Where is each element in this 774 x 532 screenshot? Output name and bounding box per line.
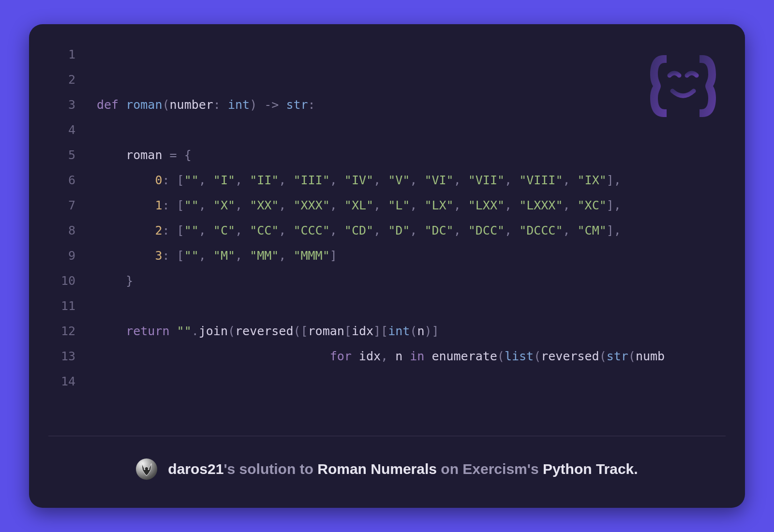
credit-line: daros21's solution to Roman Numerals on … [168,461,638,477]
avatar-fox-icon [138,461,155,477]
line-number: 13 [48,349,75,363]
code-content: 0: ["", "I", "II", "III", "IV", "V", "VI… [97,173,621,187]
credit-track: Python Track. [543,461,638,477]
code-content: return "".join(reversed([roman[idx][int(… [97,324,439,338]
avatar [136,458,157,480]
code-line: 10 } [48,274,726,299]
line-number: 5 [48,148,75,162]
svg-point-1 [148,468,149,470]
code-line: 11 [48,299,726,324]
code-content: 2: ["", "C", "CC", "CCC", "CD", "D", "DC… [97,223,621,237]
code-line: 1 [48,47,726,73]
code-line: 2 [48,73,726,98]
code-content: } [97,274,133,288]
code-lines: 123def roman(number: int) -> str:45 roma… [48,47,726,399]
code-content: 1: ["", "X", "XX", "XXX", "XL", "L", "LX… [97,198,621,212]
line-number: 14 [48,374,75,388]
line-number: 7 [48,198,75,212]
code-content: roman = { [97,148,192,162]
credit-s1: 's solution to [223,461,317,477]
line-number: 2 [48,73,75,87]
code-line: 4 [48,123,726,148]
code-line: 8 2: ["", "C", "CC", "CCC", "CD", "D", "… [48,223,726,249]
code-line: 9 3: ["", "M", "MM", "MMM"] [48,249,726,274]
line-number: 9 [48,249,75,263]
credit-user: daros21 [168,461,223,477]
line-number: 12 [48,324,75,338]
code-card: 123def roman(number: int) -> str:45 roma… [29,24,745,508]
code-content: 3: ["", "M", "MM", "MMM"] [97,249,337,263]
code-line: 6 0: ["", "I", "II", "III", "IV", "V", "… [48,173,726,198]
code-line: 5 roman = { [48,148,726,173]
code-line: 14 [48,374,726,399]
footer: daros21's solution to Roman Numerals on … [29,436,745,508]
code-line: 7 1: ["", "X", "XX", "XXX", "XL", "L", "… [48,198,726,223]
line-number: 8 [48,223,75,237]
code-line: 12 return "".join(reversed([roman[idx][i… [48,324,726,349]
line-number: 3 [48,98,75,112]
code-content: for idx, n in enumerate(list(reversed(st… [97,349,665,363]
code-content: def roman(number: int) -> str: [97,98,315,112]
line-number: 10 [48,274,75,288]
code-line: 3def roman(number: int) -> str: [48,98,726,123]
line-number: 6 [48,173,75,187]
exercism-logo-icon [644,47,722,125]
code-line: 13 for idx, n in enumerate(list(reversed… [48,349,726,374]
line-number: 11 [48,299,75,313]
code-area: 123def roman(number: int) -> str:45 roma… [29,24,745,436]
credit-s3: 's [527,461,543,477]
line-number: 1 [48,47,75,61]
credit-s2: on Exercism [437,461,527,477]
line-number: 4 [48,123,75,137]
credit-exercise: Roman Numerals [317,461,437,477]
svg-point-0 [144,468,145,470]
